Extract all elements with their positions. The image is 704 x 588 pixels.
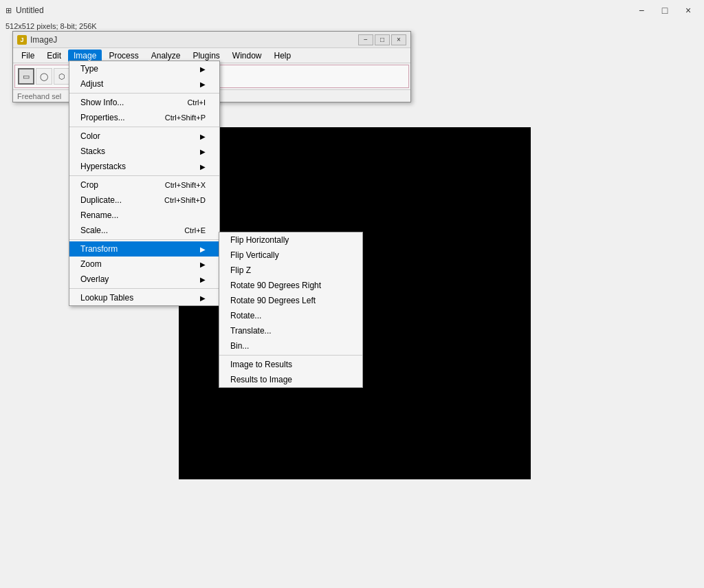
menu-item-properties[interactable]: Properties... Ctrl+Shift+P xyxy=(69,110,219,125)
menu-item-rename[interactable]: Rename... xyxy=(69,208,219,223)
close-button[interactable]: × xyxy=(678,3,698,18)
menu-item-type[interactable]: Type ▶ xyxy=(69,61,219,76)
menu-item-hyperstacks[interactable]: Hyperstacks ▶ xyxy=(69,159,219,174)
menu-item-duplicate[interactable]: Duplicate... Ctrl+Shift+D xyxy=(69,193,219,208)
separator-3 xyxy=(69,175,219,176)
tool-oval[interactable]: ◯ xyxy=(36,68,52,85)
subtitle-bar: 512x512 pixels; 8-bit; 256K xyxy=(0,21,102,32)
main-window-chrome: ⊞ Untitled − □ × xyxy=(0,0,704,21)
submenu-arrow-type: ▶ xyxy=(200,65,206,73)
menu-item-show-info[interactable]: Show Info... Ctrl+I xyxy=(69,95,219,110)
submenu-item-flip-horizontal[interactable]: Flip Horizontally xyxy=(219,232,362,248)
separator-5 xyxy=(69,288,219,289)
submenu-arrow-hyperstacks: ▶ xyxy=(200,163,206,171)
imagej-icon: J xyxy=(17,35,27,45)
maximize-button[interactable]: □ xyxy=(654,3,675,18)
separator-1 xyxy=(69,93,219,94)
menu-item-adjust[interactable]: Adjust ▶ xyxy=(69,76,219,91)
image-dropdown-menu: Type ▶ Adjust ▶ Show Info... Ctrl+I Prop… xyxy=(69,61,220,306)
window-icon: ⊞ xyxy=(6,6,12,15)
submenu-separator-1 xyxy=(219,355,362,356)
submenu-arrow-transform: ▶ xyxy=(200,246,206,253)
submenu-arrow-adjust: ▶ xyxy=(200,80,206,88)
submenu-item-translate[interactable]: Translate... xyxy=(219,323,362,338)
ij-minimize-button[interactable]: − xyxy=(358,34,373,45)
menu-analyze[interactable]: Analyze xyxy=(146,50,186,62)
menu-process[interactable]: Process xyxy=(103,50,144,62)
submenu-arrow-stacks: ▶ xyxy=(200,148,206,155)
submenu-item-results-to-image[interactable]: Results to Image xyxy=(219,372,362,387)
imagej-title-text: ImageJ xyxy=(30,35,57,45)
title-text: Untitled xyxy=(16,6,44,15)
window-title: ⊞ Untitled xyxy=(6,6,44,15)
submenu-arrow-color: ▶ xyxy=(200,133,206,140)
status-text: Freehand sel xyxy=(17,92,61,100)
menu-item-color[interactable]: Color ▶ xyxy=(69,129,219,144)
submenu-item-rotate[interactable]: Rotate... xyxy=(219,308,362,323)
imagej-win-controls: − □ × xyxy=(358,34,406,45)
submenu-item-rotate-right[interactable]: Rotate 90 Degrees Right xyxy=(219,278,362,293)
separator-4 xyxy=(69,239,219,240)
menu-item-scale[interactable]: Scale... Ctrl+E xyxy=(69,223,219,238)
menu-item-stacks[interactable]: Stacks ▶ xyxy=(69,144,219,159)
imagej-titlebar: J ImageJ − □ × xyxy=(13,32,410,48)
menu-window[interactable]: Window xyxy=(227,50,267,62)
submenu-item-rotate-left[interactable]: Rotate 90 Degrees Left xyxy=(219,293,362,308)
menu-edit[interactable]: Edit xyxy=(41,50,67,62)
menu-item-crop[interactable]: Crop Ctrl+Shift+X xyxy=(69,177,219,193)
menu-plugins[interactable]: Plugins xyxy=(187,50,225,62)
menu-file[interactable]: File xyxy=(16,50,40,62)
menu-item-overlay[interactable]: Overlay ▶ xyxy=(69,272,219,287)
submenu-item-flip-vertical[interactable]: Flip Vertically xyxy=(219,248,362,263)
window-controls: − □ × xyxy=(631,3,698,18)
menu-item-zoom[interactable]: Zoom ▶ xyxy=(69,257,219,272)
menu-item-transform[interactable]: Transform ▶ xyxy=(69,241,219,257)
submenu-item-bin[interactable]: Bin... xyxy=(219,338,362,353)
imagej-title: J ImageJ xyxy=(17,35,57,45)
menu-image[interactable]: Image xyxy=(68,50,102,62)
menu-item-lookup-tables[interactable]: Lookup Tables ▶ xyxy=(69,290,219,305)
tool-polygon[interactable]: ⬡ xyxy=(54,68,70,85)
submenu-arrow-lookup: ▶ xyxy=(200,294,206,302)
submenu-arrow-overlay: ▶ xyxy=(200,276,206,283)
ij-close-button[interactable]: × xyxy=(391,34,406,45)
minimize-button[interactable]: − xyxy=(631,3,652,18)
submenu-item-image-to-results[interactable]: Image to Results xyxy=(219,357,362,372)
transform-submenu: Flip Horizontally Flip Vertically Flip Z… xyxy=(219,232,363,388)
ij-maximize-button[interactable]: □ xyxy=(375,34,390,45)
menu-help[interactable]: Help xyxy=(269,50,297,62)
submenu-arrow-zoom: ▶ xyxy=(200,261,206,268)
tool-rectangle[interactable]: ▭ xyxy=(18,68,34,85)
submenu-item-flip-z[interactable]: Flip Z xyxy=(219,263,362,278)
subtitle-text: 512x512 pixels; 8-bit; 256K xyxy=(6,22,97,30)
separator-2 xyxy=(69,127,219,127)
